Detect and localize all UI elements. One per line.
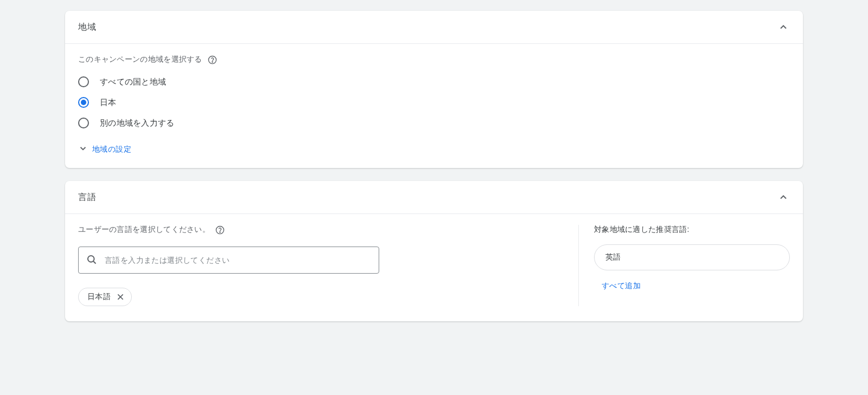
radio-other-region[interactable]: 別の地域を入力する <box>78 118 790 128</box>
language-subtitle-row: ユーザーの言語を選択してください。 <box>78 225 562 235</box>
svg-point-1 <box>212 61 213 62</box>
language-title: 言語 <box>78 192 96 203</box>
language-search-box[interactable] <box>78 247 379 274</box>
radio-all-regions[interactable]: すべての国と地域 <box>78 76 790 87</box>
add-all-button[interactable]: すべて追加 <box>594 281 790 291</box>
recommended-language-chip[interactable]: 英語 <box>594 244 790 270</box>
remove-chip-icon[interactable] <box>116 293 125 301</box>
language-subtitle: ユーザーの言語を選択してください。 <box>78 225 210 235</box>
recommended-label: 対象地域に適した推奨言語: <box>594 225 790 235</box>
language-card-body: ユーザーの言語を選択してください。 日本語 <box>65 214 803 321</box>
selected-language-chip: 日本語 <box>78 288 132 306</box>
region-card: 地域 このキャンペーンの地域を選択する すべての国と地域 日本 <box>65 11 803 168</box>
region-subtitle: このキャンペーンの地域を選択する <box>78 55 202 64</box>
region-title: 地域 <box>78 22 96 33</box>
collapse-language-icon[interactable] <box>777 191 790 204</box>
radio-checked-icon <box>78 97 89 108</box>
region-settings-label: 地域の設定 <box>92 145 131 154</box>
svg-point-4 <box>88 255 94 262</box>
language-left-column: ユーザーの言語を選択してください。 日本語 <box>78 225 578 306</box>
radio-unchecked-icon <box>78 76 89 87</box>
region-card-body: このキャンペーンの地域を選択する すべての国と地域 日本 別の地域を入力する <box>65 44 803 168</box>
region-subtitle-row: このキャンペーンの地域を選択する <box>78 55 790 64</box>
radio-unchecked-icon <box>78 118 89 128</box>
region-card-header: 地域 <box>65 11 803 44</box>
region-settings-toggle[interactable]: 地域の設定 <box>78 144 790 155</box>
radio-japan-label: 日本 <box>100 98 117 108</box>
search-icon <box>86 254 97 267</box>
collapse-region-icon[interactable] <box>777 21 790 34</box>
radio-other-label: 別の地域を入力する <box>100 118 175 128</box>
svg-point-3 <box>220 231 220 232</box>
language-right-column: 対象地域に適した推奨言語: 英語 すべて追加 <box>578 225 790 306</box>
radio-all-label: すべての国と地域 <box>100 77 166 87</box>
help-icon[interactable] <box>215 225 225 235</box>
region-radio-group: すべての国と地域 日本 別の地域を入力する <box>78 76 790 128</box>
language-card-header: 言語 <box>65 181 803 214</box>
language-search-input[interactable] <box>105 256 371 264</box>
reco-chip-label: 英語 <box>605 252 621 262</box>
language-card: 言語 ユーザーの言語を選択してください。 <box>65 181 803 321</box>
chevron-down-icon <box>78 144 88 155</box>
radio-japan[interactable]: 日本 <box>78 97 790 108</box>
chip-label: 日本語 <box>87 292 111 302</box>
help-icon[interactable] <box>208 55 217 64</box>
svg-line-5 <box>93 261 95 263</box>
